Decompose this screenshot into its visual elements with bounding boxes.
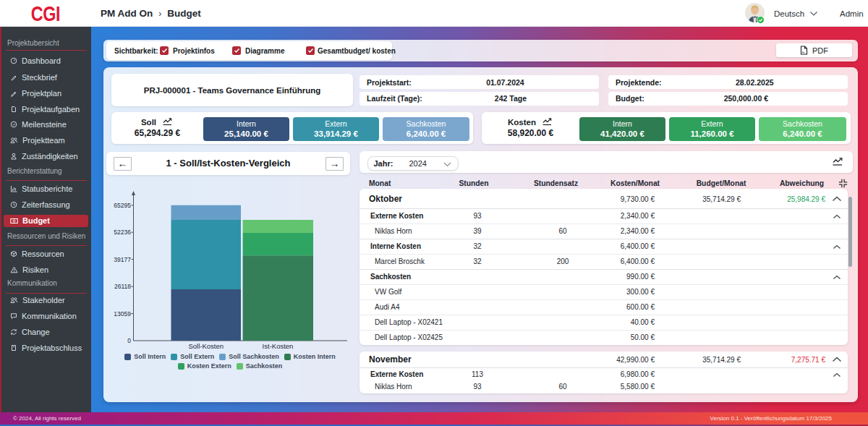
svg-text:0: 0 xyxy=(127,337,131,344)
svg-text:13059: 13059 xyxy=(114,310,131,318)
svg-text:Soll-Kosten: Soll-Kosten xyxy=(189,342,224,350)
svg-text:26118: 26118 xyxy=(114,283,131,290)
svg-text:Ist-Kosten: Ist-Kosten xyxy=(263,342,294,350)
svg-text:52236: 52236 xyxy=(114,229,131,236)
svg-text:39177: 39177 xyxy=(114,256,131,263)
svg-text:65295: 65295 xyxy=(114,202,131,209)
